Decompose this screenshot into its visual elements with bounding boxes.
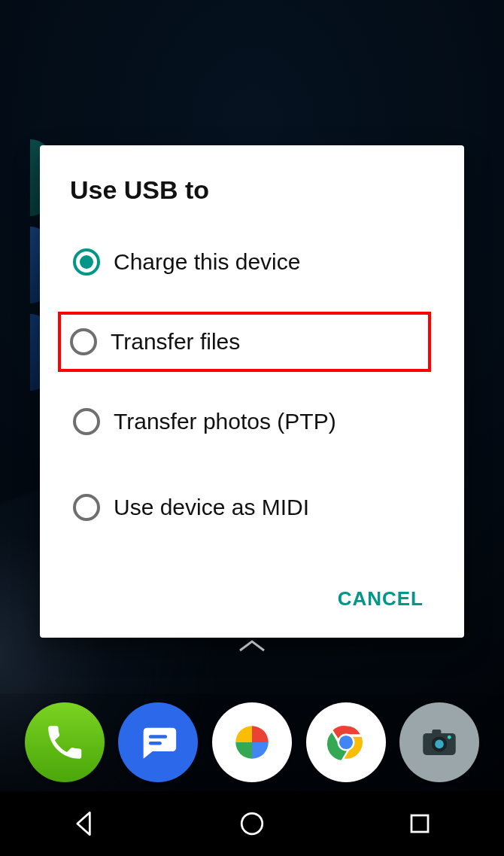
svg-point-9 [448,736,451,739]
back-button[interactable] [43,801,126,846]
radio-icon [73,494,100,521]
svg-point-10 [241,813,263,834]
svg-point-8 [435,740,444,749]
android-home-screen: Use USB to Charge this device Transfer f… [0,0,504,856]
photos-app-icon[interactable] [212,702,292,782]
usb-option-transfer-files[interactable]: Transfer files [58,312,431,372]
radio-icon [73,408,100,435]
home-button[interactable] [211,801,293,846]
option-label: Transfer photos (PTP) [114,409,336,434]
option-label: Use device as MIDI [114,495,309,520]
camera-app-icon[interactable] [399,702,479,782]
usb-option-transfer-photos[interactable]: Transfer photos (PTP) [70,385,434,458]
usb-option-charge[interactable]: Charge this device [70,226,434,298]
phone-app-icon[interactable] [25,702,105,782]
usb-option-midi[interactable]: Use device as MIDI [70,471,434,544]
option-label: Charge this device [114,249,300,275]
app-dock [0,693,504,791]
chevron-up-icon[interactable] [237,638,267,653]
option-label: Transfer files [111,329,240,355]
dialog-title: Use USB to [70,175,434,205]
svg-rect-11 [411,815,428,832]
radio-icon [70,328,97,355]
cancel-button[interactable]: CANCEL [327,578,434,620]
radio-icon [73,248,100,276]
chrome-app-icon[interactable] [306,702,386,782]
svg-rect-0 [149,735,167,738]
svg-rect-1 [149,742,162,745]
recents-button[interactable] [378,801,461,846]
messages-app-icon[interactable] [118,702,198,782]
dialog-actions: CANCEL [70,578,434,620]
usb-mode-dialog: Use USB to Charge this device Transfer f… [40,145,464,638]
svg-rect-6 [433,730,442,735]
system-navigation-bar [0,791,504,856]
